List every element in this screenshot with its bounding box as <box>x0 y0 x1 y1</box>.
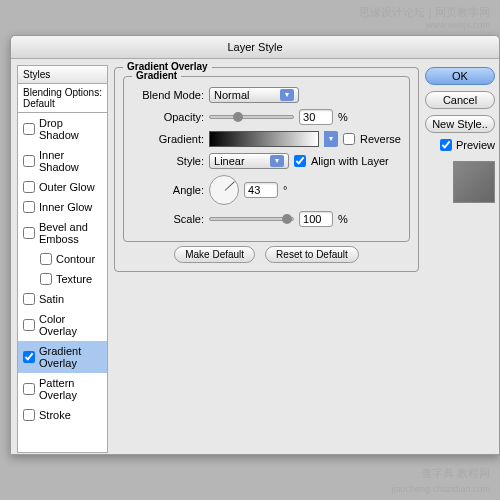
style-item-label: Gradient Overlay <box>39 345 102 369</box>
style-checkbox[interactable] <box>23 155 35 167</box>
layer-style-dialog: Layer Style Styles Blending Options: Def… <box>10 35 500 455</box>
sidebar-item-outer-glow[interactable]: Outer Glow <box>18 177 107 197</box>
sidebar-item-color-overlay[interactable]: Color Overlay <box>18 309 107 341</box>
watermark-text: 网页教学网 <box>435 6 490 18</box>
style-checkbox[interactable] <box>23 383 35 395</box>
sidebar-item-bevel-and-emboss[interactable]: Bevel and Emboss <box>18 217 107 249</box>
ok-button[interactable]: OK <box>425 67 495 85</box>
gradient-dropdown-icon[interactable]: ▾ <box>324 131 338 147</box>
angle-dial[interactable] <box>209 175 239 205</box>
sidebar-item-contour[interactable]: Contour <box>18 249 107 269</box>
watermark-text: 思缘设计论坛 <box>359 6 425 18</box>
preview-toggle[interactable]: Preview <box>440 139 495 151</box>
dropdown-arrow-icon: ▾ <box>280 89 294 101</box>
opacity-input[interactable]: 30 <box>299 109 333 125</box>
scale-suffix: % <box>338 213 348 225</box>
gradient-picker[interactable] <box>209 131 319 147</box>
style-item-label: Outer Glow <box>39 181 95 193</box>
right-button-panel: OK Cancel New Style.. Preview <box>425 59 499 452</box>
sidebar-item-drop-shadow[interactable]: Drop Shadow <box>18 113 107 145</box>
style-item-label: Inner Glow <box>39 201 92 213</box>
window-title: Layer Style <box>227 41 282 53</box>
angle-label: Angle: <box>132 184 204 196</box>
style-checkbox[interactable] <box>23 351 35 363</box>
sidebar-item-stroke[interactable]: Stroke <box>18 405 107 425</box>
gradient-label: Gradient: <box>132 133 204 145</box>
sidebar-item-gradient-overlay[interactable]: Gradient Overlay <box>18 341 107 373</box>
style-checkbox[interactable] <box>23 293 35 305</box>
blending-options[interactable]: Blending Options: Default <box>17 84 108 113</box>
scale-label: Scale: <box>132 213 204 225</box>
blend-mode-label: Blend Mode: <box>132 89 204 101</box>
sidebar-item-satin[interactable]: Satin <box>18 289 107 309</box>
sidebar-item-inner-glow[interactable]: Inner Glow <box>18 197 107 217</box>
style-label: Style: <box>132 155 204 167</box>
subgroup-title: Gradient <box>132 70 181 81</box>
style-checkbox[interactable] <box>23 227 35 239</box>
watermark-url: www.webjx.com <box>426 20 490 30</box>
preview-swatch <box>453 161 495 203</box>
style-value: Linear <box>214 155 245 167</box>
window-titlebar: Layer Style <box>11 36 499 59</box>
sidebar-item-pattern-overlay[interactable]: Pattern Overlay <box>18 373 107 405</box>
style-item-label: Satin <box>39 293 64 305</box>
preview-label: Preview <box>456 139 495 151</box>
style-checkbox[interactable] <box>23 409 35 421</box>
opacity-suffix: % <box>338 111 348 123</box>
style-checkbox[interactable] <box>23 123 35 135</box>
watermark-text: 查字典 教程网 <box>421 467 490 479</box>
dropdown-arrow-icon: ▾ <box>270 155 284 167</box>
blend-mode-select[interactable]: Normal ▾ <box>209 87 299 103</box>
make-default-button[interactable]: Make Default <box>174 246 255 263</box>
style-checkbox[interactable] <box>40 253 52 265</box>
style-checkbox[interactable] <box>23 319 35 331</box>
styles-sidebar: Styles Blending Options: Default Drop Sh… <box>11 59 108 452</box>
new-style-button[interactable]: New Style.. <box>425 115 495 133</box>
scale-slider[interactable] <box>209 217 294 221</box>
reverse-label: Reverse <box>360 133 401 145</box>
style-item-label: Stroke <box>39 409 71 421</box>
style-item-label: Inner Shadow <box>39 149 102 173</box>
style-item-label: Color Overlay <box>39 313 102 337</box>
sidebar-item-inner-shadow[interactable]: Inner Shadow <box>18 145 107 177</box>
angle-input[interactable]: 43 <box>244 182 278 198</box>
style-select[interactable]: Linear ▾ <box>209 153 289 169</box>
style-checkbox[interactable] <box>23 181 35 193</box>
style-list: Drop ShadowInner ShadowOuter GlowInner G… <box>17 113 108 453</box>
opacity-slider[interactable] <box>209 115 294 119</box>
style-item-label: Contour <box>56 253 95 265</box>
reset-default-button[interactable]: Reset to Default <box>265 246 359 263</box>
preview-checkbox[interactable] <box>440 139 452 151</box>
style-item-label: Pattern Overlay <box>39 377 102 401</box>
style-checkbox[interactable] <box>40 273 52 285</box>
main-panel: Gradient Overlay Gradient Blend Mode: No… <box>108 59 425 452</box>
style-item-label: Texture <box>56 273 92 285</box>
opacity-label: Opacity: <box>132 111 204 123</box>
cancel-button[interactable]: Cancel <box>425 91 495 109</box>
reverse-checkbox[interactable] <box>343 133 355 145</box>
style-item-label: Bevel and Emboss <box>39 221 102 245</box>
watermark-url: jiaocheng.chazidian.com <box>391 484 490 494</box>
style-item-label: Drop Shadow <box>39 117 102 141</box>
sidebar-item-texture[interactable]: Texture <box>18 269 107 289</box>
scale-input[interactable]: 100 <box>299 211 333 227</box>
align-label: Align with Layer <box>311 155 389 167</box>
blend-mode-value: Normal <box>214 89 249 101</box>
sidebar-header[interactable]: Styles <box>17 65 108 84</box>
align-checkbox[interactable] <box>294 155 306 167</box>
angle-suffix: ° <box>283 184 287 196</box>
style-checkbox[interactable] <box>23 201 35 213</box>
